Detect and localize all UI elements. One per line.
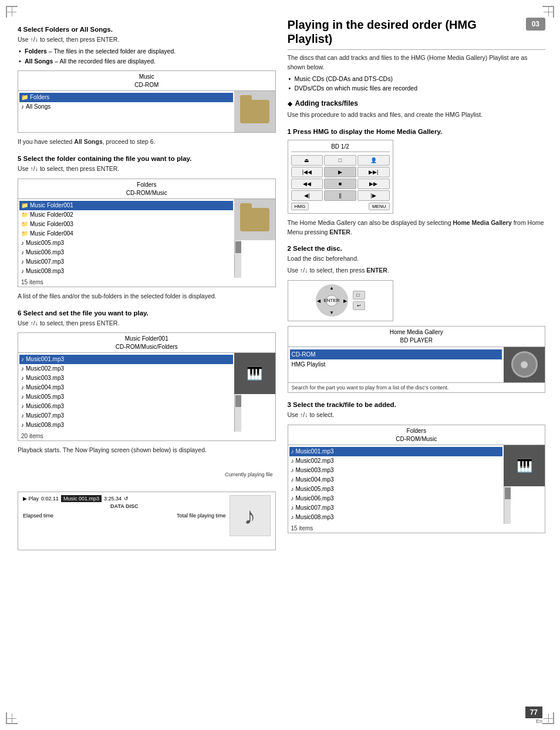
screen2-item-6: ♪ Music007.mp3 <box>21 257 231 267</box>
remote-btn-pause[interactable]: || <box>324 190 356 201</box>
screen3-list: ♪ Music001.mp3 ♪ Music002.mp3 ♪ Music003… <box>18 353 234 432</box>
corner-crosshair-tr <box>544 7 553 16</box>
screen3-item-1: ♪ Music002.mp3 <box>21 364 231 374</box>
screen2-folders: Folders CD-ROM/Music 📁 Music Folder001 📁… <box>18 179 276 287</box>
scrollbar-handle[interactable] <box>505 487 511 499</box>
step3-instruction: Use ↑/↓ to select. <box>288 411 546 420</box>
screen3-items-count: 20 items <box>18 432 275 440</box>
screen1-music-cdrom: Music CD-ROM 📁 Folders ♪ All Songs <box>18 70 276 133</box>
note-icon: ♪ <box>21 392 24 402</box>
hmg-screen: Home Media Gallery BD PLAYER CD-ROM HMG … <box>288 326 546 393</box>
note-icon: ♪ <box>21 411 24 420</box>
music-note-icon: ♪ <box>230 495 271 536</box>
screen4-list: ♪ Music001.mp3 ♪ Music002.mp3 ♪ Music003… <box>288 445 504 524</box>
remote-btn-user[interactable]: 👤 <box>357 155 390 166</box>
nav-up-arrow: ▲ <box>329 285 334 291</box>
adding-tracks-heading: Adding tracks/files <box>288 99 546 107</box>
scrollbar-handle[interactable] <box>235 395 241 407</box>
note-icon: ♪ <box>21 420 24 430</box>
screen2-item-1: 📁 Music Folder002 <box>21 210 231 220</box>
note-icon: ♪ <box>291 456 294 466</box>
folder-icon: 📁 <box>21 229 28 238</box>
screen3-item-3: ♪ Music004.mp3 <box>21 383 231 392</box>
remote-btn-stop[interactable]: ■ <box>324 179 356 189</box>
screen4-item-0: ♪ Music001.mp3 <box>289 447 503 456</box>
hmg-thumb <box>504 347 545 382</box>
folder-icon: 📁 <box>21 201 28 210</box>
screen3-item-6: ♪ Music007.mp3 <box>21 411 231 420</box>
nav-circle-box: ▲ ▼ ◀ ▶ ENTER □ ↩ <box>288 280 393 321</box>
nav-right-arrow: ▶ <box>343 298 347 303</box>
menu-button[interactable]: MENU <box>369 203 390 210</box>
step6-note: Playback starts. The Now Playing screen … <box>18 446 276 455</box>
remote-btn-slomo-next[interactable]: |▶ <box>357 190 390 201</box>
remote-btn-rew[interactable]: ◀◀ <box>291 179 323 189</box>
chapter-badge: 03 <box>526 18 545 31</box>
corner-crosshair-tl <box>7 7 16 16</box>
screen2-list: 📁 Music Folder001 📁 Music Folder002 📁 Mu… <box>18 199 234 278</box>
remote-btn-play[interactable]: ▶ <box>324 167 356 177</box>
screen3-item-2: ♪ Music003.mp3 <box>21 374 231 383</box>
hmg-button[interactable]: HMG <box>291 203 309 210</box>
right-step2-heading: 2 Select the disc. <box>288 245 546 252</box>
screen3-item-4: ♪ Music005.mp3 <box>21 392 231 402</box>
hmg-list: CD-ROM HMG Playlist <box>288 347 504 382</box>
right-step1-heading: 1 Press HMG to display the Home Media Ga… <box>288 128 546 135</box>
page-number: 77 <box>525 707 542 718</box>
total-playing-label: Total file playing time <box>177 513 226 519</box>
folder-thumbnail <box>240 208 269 231</box>
screen2-item-3: 📁 Music Folder004 <box>21 229 231 238</box>
nav-side-btn-2[interactable]: ↩ <box>353 301 365 310</box>
remote-btn-eject[interactable]: ⏏ <box>291 155 323 166</box>
repeat-icon: ↺ <box>124 496 129 502</box>
screen2-scrollbar <box>234 240 241 278</box>
remote-btn-prev[interactable]: |◀◀ <box>291 167 323 177</box>
right-column: Playing in the desired order (HMG Playli… <box>288 18 546 555</box>
nav-circle: ▲ ▼ ◀ ▶ ENTER <box>316 284 348 317</box>
nav-left-arrow: ◀ <box>317 298 321 303</box>
hmg-search-text: Search for the part you want to play fro… <box>288 382 545 392</box>
remote-btn-slomo-prev[interactable]: ◀| <box>291 190 323 201</box>
note-icon: ♪ <box>21 238 24 248</box>
screen2-content: 📁 Music Folder001 📁 Music Folder002 📁 Mu… <box>18 199 275 278</box>
remote-buttons-grid: ⏏ □ 👤 |◀◀ ▶ ▶▶| ◀◀ ■ ▶▶ ◀| || |▶ <box>291 155 390 201</box>
right-bullet-0: Music CDs (CD-DAs and DTS-CDs) <box>288 75 546 84</box>
screen3-scrollbar <box>234 394 241 432</box>
page-title: Playing in the desired order (HMG Playli… <box>288 18 546 50</box>
screen3-item-5: ♪ Music006.mp3 <box>21 402 231 411</box>
screen1-thumb <box>234 91 275 132</box>
track-name-bar: Music 001.mp3 <box>61 495 102 502</box>
screen3-header: Music Folder001 CD-ROM/Music/Folders <box>18 333 275 353</box>
nav-side-btn-1[interactable]: □ <box>353 291 365 300</box>
screen4-item-5: ♪ Music006.mp3 <box>291 494 501 503</box>
step4-bullet-folders: Folders – The files in the selected fold… <box>18 47 276 56</box>
note-icon: ♪ <box>21 402 24 411</box>
screen1-item-allsongs: ♪ All Songs <box>21 102 231 112</box>
step1-note: The Home Media Gallery can also be displ… <box>288 218 546 237</box>
note-icon: ♪ <box>291 447 294 456</box>
step4-bullet-allsongs: All Songs – All the recorded files are d… <box>18 57 276 66</box>
screen1-list: 📁 Folders ♪ All Songs <box>18 91 234 132</box>
folder-icon: 📁 <box>21 93 28 102</box>
screen2-item-4: ♪ Music005.mp3 <box>21 238 231 248</box>
remote-btn-next[interactable]: ▶▶| <box>357 167 390 177</box>
screen4-thumb: 🎹 <box>504 445 545 486</box>
remote-btn-ff[interactable]: ▶▶ <box>357 179 390 189</box>
screen4-scrollbar <box>504 486 511 524</box>
screen1-item-folders: 📁 Folders <box>19 93 233 102</box>
screen1-header: Music CD-ROM <box>18 71 275 91</box>
remote-btn-stop-sq[interactable]: □ <box>324 155 356 166</box>
note-icon: ♪ <box>291 494 294 503</box>
scrollbar-handle[interactable] <box>235 241 241 253</box>
screen3-item-0: ♪ Music001.mp3 <box>19 355 233 364</box>
corner-crosshair-br <box>544 714 553 723</box>
play-status: ▶ Play <box>23 496 39 502</box>
step5-note: A list of the files and/or the sub-folde… <box>18 292 276 301</box>
screen2-item-7: ♪ Music008.mp3 <box>21 267 231 276</box>
now-playing-screen: ▶ Play 0:02.11 Music 001.mp3 3:25.34 ↺ D… <box>18 492 276 550</box>
folder-icon: 📁 <box>21 220 28 229</box>
note-icon: ♪ <box>21 267 24 276</box>
note-icon: ♪ <box>21 355 24 364</box>
note-icon: ♪ <box>21 364 24 374</box>
screen4-item-6: ♪ Music007.mp3 <box>291 503 501 513</box>
